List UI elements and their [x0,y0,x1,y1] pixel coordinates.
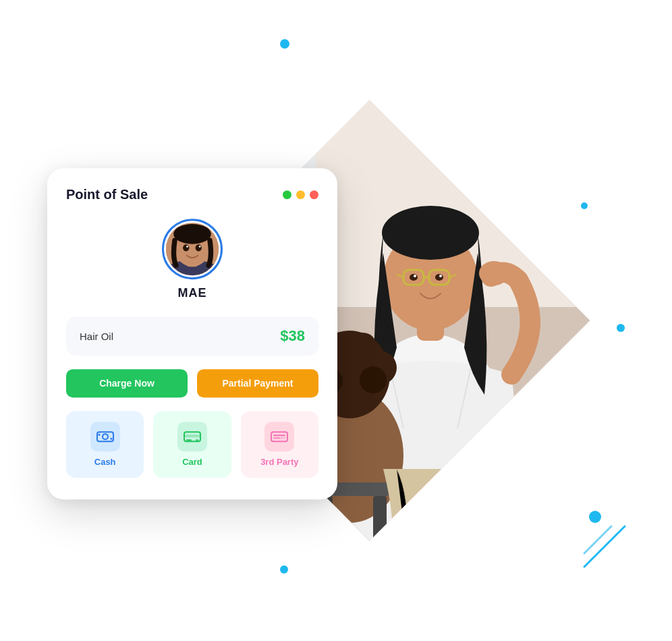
window-controls [283,190,318,199]
svg-rect-49 [184,435,200,437]
product-price: $38 [280,327,305,345]
svg-rect-30 [302,545,329,550]
product-row: Hair Oil $38 [66,316,318,356]
card-icon-bg [177,422,207,451]
decorative-lines [578,520,632,574]
card-title: Point of Sale [66,187,148,202]
card-label: Card [182,457,202,467]
card-icon [184,430,201,443]
avatar-image [166,223,219,275]
svg-point-46 [98,434,100,436]
decorative-dot-3 [617,324,625,332]
pos-card: Point of Sale [47,168,337,499]
party-icon-bg [264,422,294,451]
payment-tile-cash[interactable]: Cash [66,411,144,478]
svg-point-15 [435,274,443,281]
svg-point-47 [110,438,112,440]
charge-now-button[interactable]: Charge Now [66,369,188,397]
window-control-yellow[interactable] [296,190,305,199]
avatar-name: MAE [178,286,207,300]
svg-point-17 [439,275,442,277]
svg-rect-52 [271,432,287,441]
svg-point-40 [183,244,189,251]
cash-icon [96,430,114,443]
third-party-label: 3rd Party [260,457,298,467]
svg-point-42 [186,246,188,248]
card-header: Point of Sale [66,187,318,202]
svg-point-8 [382,206,479,260]
payment-tile-card[interactable]: Card [153,411,231,478]
svg-rect-50 [186,439,192,441]
payment-tile-third-party[interactable]: 3rd Party [241,411,318,478]
svg-rect-29 [373,496,387,550]
svg-rect-31 [376,545,403,550]
svg-rect-55 [273,437,285,439]
action-buttons: Charge Now Partial Payment [66,369,318,397]
payment-methods: Cash Card [66,411,318,478]
svg-point-14 [410,274,418,281]
svg-point-26 [360,366,387,393]
svg-rect-28 [319,496,333,550]
avatar-ring [162,219,223,279]
svg-line-35 [584,526,611,553]
svg-point-43 [199,246,201,248]
cash-icon-bg [90,422,120,451]
product-name: Hair Oil [80,331,113,342]
svg-point-39 [173,224,211,244]
svg-point-24 [349,333,376,360]
svg-point-45 [103,434,108,439]
decorative-dot-5 [280,565,288,574]
party-icon [271,430,288,443]
decorative-dot-1 [280,39,289,49]
window-control-green[interactable] [283,190,291,199]
window-control-red[interactable] [310,190,318,199]
decorative-dot-2 [581,202,588,209]
svg-rect-53 [273,435,285,436]
svg-point-41 [196,244,202,251]
svg-rect-51 [196,439,198,441]
scene-container: Point of Sale [0,0,672,641]
cash-label: Cash [94,457,116,467]
svg-point-16 [414,275,416,277]
avatar-section: MAE [66,219,318,300]
partial-payment-button[interactable]: Partial Payment [197,369,318,397]
svg-point-18 [479,261,509,285]
